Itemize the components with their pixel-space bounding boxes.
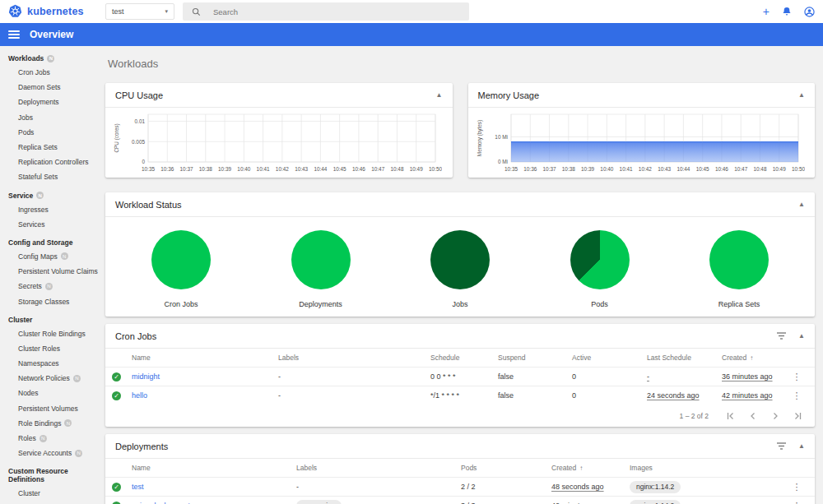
svg-text:10:35: 10:35 <box>142 166 155 172</box>
deployment-labels: - <box>296 483 461 491</box>
sidebar-item-secrets[interactable]: SecretsN <box>0 279 99 294</box>
sidebar-item-nodes[interactable]: Nodes <box>0 386 99 400</box>
kubernetes-logo[interactable]: kubernetes <box>8 4 84 18</box>
first-page-button[interactable] <box>727 412 735 420</box>
sidebar-item-replica-sets[interactable]: Replica Sets <box>0 140 99 155</box>
cron-jobs-column-name[interactable]: Name <box>132 354 278 362</box>
deployments-column-created[interactable]: Created↑ <box>551 464 630 472</box>
cron-job-name-link[interactable]: hello <box>132 391 278 400</box>
menu-button[interactable] <box>8 30 20 39</box>
page-title: Workloads <box>108 58 815 70</box>
sidebar-item-label: Roles <box>18 434 36 442</box>
svg-text:10:45: 10:45 <box>333 166 346 172</box>
svg-text:10:38: 10:38 <box>199 166 212 172</box>
collapse-caret-icon[interactable]: ▲ <box>798 333 805 340</box>
cron-jobs-column-labels[interactable]: Labels <box>278 354 430 362</box>
sidebar-item-pods[interactable]: Pods <box>0 125 99 140</box>
previous-page-button[interactable] <box>749 412 757 420</box>
namespace-select-value: test <box>112 7 124 16</box>
sidebar-group-service: ServiceN <box>0 185 99 202</box>
deployments-column-images[interactable]: Images <box>630 464 787 472</box>
cpu-usage-title: CPU Usage <box>115 90 436 100</box>
search-input[interactable] <box>212 7 442 17</box>
cron-jobs-column-created[interactable]: Created↑ <box>722 354 787 362</box>
svg-text:10:41: 10:41 <box>257 166 270 172</box>
header-actions: + <box>763 0 815 23</box>
filter-button[interactable] <box>776 332 787 340</box>
sidebar-nav: WorkloadsNCron JobsDaemon SetsDeployment… <box>0 46 99 504</box>
sidebar-group-config-and-storage: Config and Storage <box>0 232 99 249</box>
notifications-button[interactable] <box>782 7 792 16</box>
collapse-caret-icon[interactable]: ▲ <box>436 92 443 99</box>
sidebar-item-roles[interactable]: RolesN <box>0 431 99 446</box>
svg-text:10:48: 10:48 <box>753 166 766 172</box>
sidebar-item-role-bindings[interactable]: Role BindingsN <box>0 416 99 431</box>
svg-text:10:49: 10:49 <box>772 166 785 172</box>
sidebar-item-config-maps[interactable]: Config MapsN <box>0 249 99 264</box>
row-menu-button[interactable]: ⋮ <box>787 482 807 492</box>
cron-jobs-header-row: NameLabelsScheduleSuspendActiveLast Sche… <box>105 349 815 367</box>
svg-text:10:36: 10:36 <box>160 166 174 172</box>
svg-text:10:37: 10:37 <box>180 166 193 172</box>
svg-text:10:36: 10:36 <box>523 166 537 172</box>
cron-jobs-column-suspend[interactable]: Suspend <box>498 354 572 362</box>
memory-usage-chart: 10:3510:3610:3710:3810:3910:4010:4110:42… <box>473 109 805 176</box>
sidebar-item-services[interactable]: Services <box>0 217 99 232</box>
last-page-button[interactable] <box>793 412 802 420</box>
deployments-column-name[interactable]: Name <box>132 464 296 472</box>
sidebar-item-label: Ingresses <box>18 206 49 214</box>
sidebar-item-persistent-volume-claims[interactable]: Persistent Volume ClaimsN <box>0 264 99 279</box>
cron-jobs-column-active[interactable]: Active <box>572 354 647 362</box>
namespace-select[interactable]: test ▾ <box>105 3 174 20</box>
cron-jobs-title: Cron Jobs <box>115 331 776 341</box>
cron-job-labels: - <box>278 372 430 381</box>
deployment-name-link[interactable]: test <box>132 483 296 491</box>
sidebar-item-jobs[interactable]: Jobs <box>0 110 99 125</box>
sidebar-group-label: Config and Storage <box>8 238 72 247</box>
svg-text:10:42: 10:42 <box>638 166 651 172</box>
sidebar-item-deployments[interactable]: Deployments <box>0 95 99 109</box>
row-menu-button[interactable]: ⋮ <box>787 372 807 382</box>
filter-button[interactable] <box>776 442 787 450</box>
collapse-caret-icon[interactable]: ▲ <box>798 92 805 99</box>
sidebar-item-cron-jobs[interactable]: Cron Jobs <box>0 65 99 80</box>
sidebar-item-persistent-volumes[interactable]: Persistent Volumes <box>0 401 99 416</box>
sidebar-item-service-accounts[interactable]: Service AccountsN <box>0 446 99 460</box>
sidebar-item-label: Nodes <box>18 389 39 397</box>
sidebar-item-label: Daemon Sets <box>18 83 61 91</box>
status-ok-icon: ✓ <box>112 391 121 400</box>
sidebar-item-replication-controllers[interactable]: Replication Controllers <box>0 155 99 169</box>
collapse-caret-icon[interactable]: ▲ <box>798 201 805 208</box>
sidebar-item-stateful-sets[interactable]: Stateful Sets <box>0 169 99 184</box>
row-menu-button[interactable]: ⋮ <box>787 391 807 401</box>
sidebar-item-network-policies[interactable]: Network PoliciesN <box>0 371 99 386</box>
cron-jobs-column-last-schedule[interactable]: Last Schedule <box>647 354 722 362</box>
sidebar-item-namespaces[interactable]: Namespaces <box>0 356 99 371</box>
deployments-column-pods[interactable]: Pods <box>461 464 551 472</box>
pie-chart <box>291 230 351 289</box>
cron-job-name-link[interactable]: midnight <box>132 372 278 381</box>
cron-jobs-column-schedule[interactable]: Schedule <box>430 354 498 362</box>
next-page-button[interactable] <box>771 412 779 420</box>
sidebar-item-ingresses[interactable]: Ingresses <box>0 202 99 217</box>
cron-jobs-pagination: 1 – 2 of 2 <box>105 405 815 427</box>
svg-text:Memory (bytes): Memory (bytes) <box>477 120 483 156</box>
create-button[interactable]: + <box>763 6 770 17</box>
sidebar-item-certificate[interactable]: Certificate <box>0 502 99 504</box>
account-button[interactable] <box>804 7 815 17</box>
pie-label: Jobs <box>452 300 467 308</box>
sidebar-item-cluster-roles[interactable]: Cluster Roles <box>0 341 99 356</box>
cron-job-last-schedule: - <box>647 372 722 381</box>
row-menu-button[interactable]: ⋮ <box>787 501 807 504</box>
collapse-caret-icon[interactable]: ▲ <box>798 443 805 450</box>
sidebar-item-storage-classes[interactable]: Storage Classes <box>0 294 99 308</box>
sidebar-item-cluster[interactable]: Cluster <box>0 486 99 501</box>
deployment-labels: app: nginx <box>296 500 461 504</box>
svg-text:10:47: 10:47 <box>734 166 747 172</box>
search-bar[interactable] <box>183 2 469 21</box>
sidebar-item-daemon-sets[interactable]: Daemon Sets <box>0 80 99 95</box>
deployments-column-labels[interactable]: Labels <box>296 464 461 472</box>
svg-text:10:42: 10:42 <box>276 166 289 172</box>
sidebar-item-label: Config Maps <box>18 252 58 261</box>
sidebar-item-cluster-role-bindings[interactable]: Cluster Role Bindings <box>0 326 99 341</box>
